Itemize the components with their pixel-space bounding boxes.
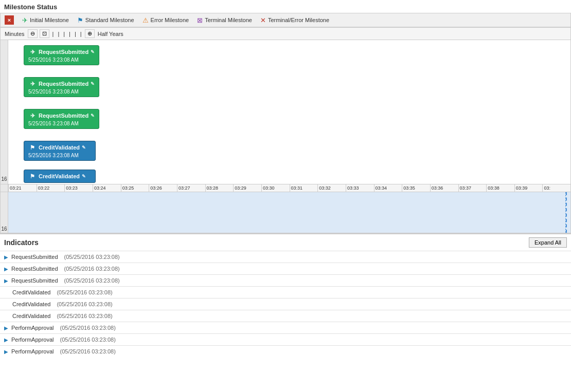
error-milestone-icon: ⚠ xyxy=(142,16,149,24)
indicator-name: PerformApproval xyxy=(11,348,54,354)
axis-tick: 03:29 xyxy=(233,184,261,192)
indicator-time: (05/25/2016 03:23:08) xyxy=(60,348,116,354)
ms5-edit-icon: ✎ xyxy=(82,174,86,179)
expand-all-button[interactable]: Expand All xyxy=(529,237,567,248)
lower-main xyxy=(8,192,565,233)
axis-tick: 03:34 xyxy=(374,184,402,192)
milestone-block-4[interactable]: ⚑ CreditValidated ✎ 5/25/2016 3:23:08 AM xyxy=(24,141,96,161)
error-milestone-label: Error Milestone xyxy=(151,17,189,23)
ms3-edit-icon: ✎ xyxy=(91,113,95,118)
indicator-name: RequestSubmitted xyxy=(11,266,58,272)
expand-arrow-icon: ▶ xyxy=(4,349,8,354)
legend-item-terminal: ⊠ Terminal Milestone xyxy=(197,16,252,24)
ms4-edit-icon: ✎ xyxy=(82,145,86,150)
time-axis: 03:2103:2203:2303:2403:2503:2603:2703:28… xyxy=(1,184,570,192)
timeline-left-axis: 16 xyxy=(1,40,8,184)
timeline-toolbar: Minutes ⊖ ⊡ | | | | | | ⊕ Half Years xyxy=(1,28,570,40)
expand-arrow-icon: ▶ xyxy=(4,254,8,260)
indicator-row[interactable]: CreditValidated(05/25/2016 03:23:08) xyxy=(0,310,571,322)
indicator-time: (05/25/2016 03:23:08) xyxy=(57,313,112,319)
lower-right-dashed xyxy=(565,192,570,233)
axis-tick: 03:32 xyxy=(317,184,346,192)
axis-tick: 03:28 xyxy=(205,184,234,192)
indicator-row[interactable]: CreditValidated(05/25/2016 03:23:08) xyxy=(0,298,571,310)
tick-separator-6: | xyxy=(80,31,82,37)
half-years-button[interactable]: ⊕ xyxy=(85,29,95,38)
axis-ticks: 03:2103:2203:2303:2403:2503:2603:2703:28… xyxy=(8,184,570,192)
zoom-minus-button[interactable]: ⊖ xyxy=(28,29,38,38)
terminal-error-milestone-icon: ✕ xyxy=(260,16,266,24)
axis-tick: 03:39 xyxy=(514,184,543,192)
ms3-name: RequestSubmitted xyxy=(39,113,88,119)
ms3-time: 5/25/2016 3:23:08 AM xyxy=(28,121,95,126)
indicator-time: (05/25/2016 03:23:08) xyxy=(64,277,120,284)
milestone-block-2[interactable]: ✈ RequestSubmitted ✎ 5/25/2016 3:23:08 A… xyxy=(24,77,99,97)
indicator-row[interactable]: ▶PerformApproval(05/25/2016 03:23:08) xyxy=(0,345,571,357)
indicator-row[interactable]: ▶PerformApproval(05/25/2016 03:23:08) xyxy=(0,333,571,345)
initial-milestone-icon: ✈ xyxy=(22,16,28,24)
terminal-milestone-label: Terminal Milestone xyxy=(205,17,252,23)
ms4-icon: ⚑ xyxy=(28,143,37,152)
indicator-row[interactable]: ▶RequestSubmitted(05/25/2016 03:23:08) xyxy=(0,274,571,286)
milestone-block-1[interactable]: ✈ RequestSubmitted ✎ 5/25/2016 3:23:08 A… xyxy=(24,45,99,65)
tick-separator-1: | xyxy=(52,31,54,37)
standard-milestone-icon: ⚑ xyxy=(77,16,83,24)
zoom-grid-button[interactable]: ⊡ xyxy=(40,29,49,38)
indicator-name: CreditValidated xyxy=(12,301,50,307)
axis-left-value: 16 xyxy=(1,176,7,182)
ms2-icon: ✈ xyxy=(28,80,37,88)
indicator-name: CreditValidated xyxy=(12,313,50,319)
axis-tick: 03:37 xyxy=(458,184,487,192)
milestone-block-3[interactable]: ✈ RequestSubmitted ✎ 5/25/2016 3:23:08 A… xyxy=(24,109,99,129)
axis-tick: 03:36 xyxy=(430,184,458,192)
axis-spacer xyxy=(1,184,8,192)
close-button[interactable]: × xyxy=(5,15,14,25)
timeline-chart: ✈ RequestSubmitted ✎ 5/25/2016 3:23:08 A… xyxy=(8,40,570,184)
axis-tick: 03:22 xyxy=(37,184,65,192)
timeline-container: Minutes ⊖ ⊡ | | | | | | ⊕ Half Years 16 … xyxy=(0,27,571,234)
tick-separator-4: | xyxy=(69,31,70,37)
lower-left-axis: 16 xyxy=(1,192,8,233)
lower-axis-value: 16 xyxy=(1,226,7,232)
legend-item-terminal-error: ✕ Terminal/Error Milestone xyxy=(260,16,329,24)
axis-tick: 03:27 xyxy=(177,184,205,192)
ms2-name: RequestSubmitted xyxy=(39,81,88,87)
legend-item-error: ⚠ Error Milestone xyxy=(142,16,189,24)
page-title: Milestone Status xyxy=(0,0,571,13)
indicator-row[interactable]: ▶PerformApproval(05/25/2016 03:23:08) xyxy=(0,322,571,333)
half-years-label: Half Years xyxy=(98,31,123,37)
indicator-time: (05/25/2016 03:23:08) xyxy=(60,337,116,343)
axis-tick: 03:30 xyxy=(261,184,290,192)
ms5-icon: ⚑ xyxy=(28,172,37,180)
ms2-edit-icon: ✎ xyxy=(91,81,95,86)
ms3-icon: ✈ xyxy=(28,111,37,120)
ms4-name: CreditValidated xyxy=(39,144,80,151)
axis-tick: 03:21 xyxy=(8,184,37,192)
indicator-time: (05/25/2016 03:23:08) xyxy=(60,325,116,331)
expand-arrow-icon: ▶ xyxy=(4,266,8,272)
axis-tick: 03:31 xyxy=(290,184,318,192)
axis-tick: 03:23 xyxy=(64,184,93,192)
indicator-row[interactable]: CreditValidated(05/25/2016 03:23:08) xyxy=(0,286,571,298)
indicator-row[interactable]: ▶RequestSubmitted(05/25/2016 03:23:08) xyxy=(0,263,571,274)
axis-tick: 03: xyxy=(542,184,570,192)
expand-arrow-icon: ▶ xyxy=(4,337,8,343)
indicator-row[interactable]: ▶RequestSubmitted(05/25/2016 03:23:08) xyxy=(0,251,571,263)
indicators-header: Indicators Expand All xyxy=(0,234,571,251)
indicator-name: PerformApproval xyxy=(11,337,54,343)
legend-item-standard: ⚑ Standard Milestone xyxy=(77,16,134,24)
terminal-error-milestone-label: Terminal/Error Milestone xyxy=(268,17,329,23)
indicator-name: CreditValidated xyxy=(12,289,50,295)
initial-milestone-label: Initial Milestone xyxy=(30,17,69,23)
indicators-title: Indicators xyxy=(4,238,39,247)
tick-separator-2: | xyxy=(58,31,59,37)
indicator-time: (05/25/2016 03:23:08) xyxy=(57,289,112,295)
ms1-edit-icon: ✎ xyxy=(91,49,95,54)
lower-chart: 16 xyxy=(1,192,570,233)
axis-tick: 03:24 xyxy=(93,184,121,192)
axis-tick: 03:38 xyxy=(486,184,514,192)
milestone-block-5[interactable]: ⚑ CreditValidated ✎ xyxy=(24,170,96,183)
legend-bar: × ✈ Initial Milestone ⚑ Standard Milesto… xyxy=(0,13,571,27)
expand-arrow-icon: ▶ xyxy=(4,278,8,284)
unit-label: Minutes xyxy=(5,31,25,37)
